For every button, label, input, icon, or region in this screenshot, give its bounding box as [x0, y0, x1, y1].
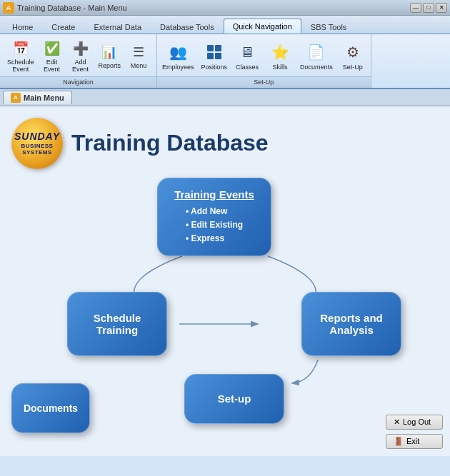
- schedule-event-icon: 📅: [11, 39, 31, 59]
- edit-existing-item: • Edit Existing: [186, 218, 243, 232]
- title-bar-controls: — □ ✕: [410, 3, 447, 13]
- setup-icon: ⚙: [341, 41, 364, 64]
- menu-button[interactable]: ☰ Menu: [125, 41, 152, 71]
- logo-area: SUNDAY BUSINESS SYSTEMS Training Databas…: [11, 118, 269, 169]
- exit-button[interactable]: 🚪 Exit: [386, 434, 443, 449]
- edit-event-label: EditEvent: [44, 59, 60, 74]
- reports-label: Reports: [99, 63, 121, 70]
- menu-tab-icon: A: [11, 93, 21, 103]
- ribbon-body: 📅 ScheduleEvent ✅ EditEvent ➕ AddEvent 📊…: [0, 34, 450, 89]
- add-event-button[interactable]: ➕ AddEvent: [67, 37, 94, 75]
- training-events-title: Training Events: [174, 188, 254, 201]
- schedule-training-bubble[interactable]: Schedule Training: [67, 292, 167, 356]
- documents-bubble[interactable]: Documents: [11, 383, 90, 433]
- edit-event-icon: ✅: [42, 39, 62, 59]
- exit-label: Exit: [406, 437, 419, 445]
- employees-icon: 👥: [166, 41, 189, 64]
- setup-bubble[interactable]: Set-up: [184, 374, 284, 424]
- minimize-button[interactable]: —: [410, 3, 421, 13]
- logo-text-sub3: SYSTEMS: [22, 149, 52, 156]
- positions-icon: [203, 41, 226, 64]
- svg-rect-2: [207, 53, 214, 59]
- add-new-item: • Add New: [186, 205, 243, 218]
- menu-label: Menu: [131, 63, 147, 70]
- tab-sbs-tools[interactable]: SBS Tools: [301, 19, 356, 34]
- title-bar: A Training Database - Main Menu — □ ✕: [0, 0, 450, 16]
- main-menu-tab[interactable]: A Main Menu: [3, 91, 72, 104]
- training-events-bubble[interactable]: Training Events • Add New • Edit Existin…: [157, 178, 271, 256]
- app-icon: A: [3, 2, 14, 14]
- documents-label: Documents: [300, 64, 333, 71]
- menu-tab-label: Main Menu: [24, 93, 64, 102]
- logout-icon: ✕: [394, 417, 400, 427]
- documents-bubble-label: Documents: [24, 402, 78, 414]
- setup-buttons: 👥 Employees Positions 🖥 Classes: [157, 36, 371, 76]
- classes-label: Classes: [236, 64, 259, 71]
- ribbon-tab-bar: Home Create External Data Database Tools…: [0, 16, 450, 34]
- logout-button[interactable]: ✕ Log Out: [386, 415, 443, 430]
- tab-create[interactable]: Create: [42, 19, 84, 34]
- positions-button[interactable]: Positions: [199, 39, 230, 72]
- documents-icon: 📄: [305, 41, 328, 64]
- edit-event-button[interactable]: ✅ EditEvent: [39, 37, 66, 75]
- maximize-button[interactable]: □: [423, 3, 434, 13]
- reports-analysis-label: Reports and Analysis: [320, 312, 383, 336]
- reports-icon: 📊: [99, 42, 119, 62]
- logout-label: Log Out: [403, 417, 431, 426]
- schedule-training-label: Schedule Training: [94, 312, 141, 336]
- express-item: • Express: [186, 232, 243, 245]
- positions-label: Positions: [201, 64, 228, 71]
- skills-label: Skills: [273, 64, 288, 71]
- tab-quick-navigation[interactable]: Quick Navigation: [224, 19, 301, 34]
- tab-external-data[interactable]: External Data: [84, 19, 151, 34]
- menu-icon: ☰: [129, 42, 149, 62]
- svg-rect-3: [215, 53, 221, 59]
- main-content: SUNDAY BUSINESS SYSTEMS Training Databas…: [0, 106, 450, 456]
- logo-text-main: SUNDAY: [14, 131, 60, 143]
- logo-text-sub2: BUSINESS: [21, 143, 54, 150]
- schedule-event-label: ScheduleEvent: [7, 59, 34, 74]
- setup-button[interactable]: ⚙ Set-Up: [338, 39, 368, 72]
- tab-database-tools[interactable]: Database Tools: [151, 19, 224, 34]
- exit-icon: 🚪: [394, 437, 404, 446]
- employees-label: Employees: [162, 64, 194, 71]
- tab-home[interactable]: Home: [3, 19, 42, 34]
- documents-ribbon-button[interactable]: 📄 Documents: [298, 39, 335, 72]
- app-title: Training Database: [71, 130, 269, 156]
- reports-button[interactable]: 📊 Reports: [96, 41, 124, 71]
- skills-icon: ⭐: [269, 41, 291, 64]
- skills-button[interactable]: ⭐ Skills: [265, 39, 295, 72]
- svg-rect-0: [207, 45, 214, 51]
- classes-button[interactable]: 🖥 Classes: [232, 39, 262, 72]
- title-bar-text: Training Database - Main Menu: [17, 4, 410, 12]
- training-events-items: • Add New • Edit Existing • Express: [186, 205, 243, 246]
- setup-group-label: Set-Up: [157, 76, 371, 88]
- add-event-icon: ➕: [71, 39, 91, 59]
- setup-label: Set-Up: [343, 64, 363, 71]
- setup-group: 👥 Employees Positions 🖥 Classes: [157, 34, 371, 88]
- navigation-group: 📅 ScheduleEvent ✅ EditEvent ➕ AddEvent 📊…: [0, 34, 157, 88]
- add-event-label: AddEvent: [72, 59, 89, 74]
- reports-analysis-bubble[interactable]: Reports and Analysis: [301, 292, 401, 356]
- classes-icon: 🖥: [236, 41, 259, 64]
- employees-button[interactable]: 👥 Employees: [160, 39, 196, 72]
- navigation-group-label: Navigation: [0, 76, 156, 88]
- svg-rect-1: [215, 45, 221, 51]
- schedule-event-button[interactable]: 📅 ScheduleEvent: [4, 37, 37, 75]
- navigation-buttons: 📅 ScheduleEvent ✅ EditEvent ➕ AddEvent 📊…: [0, 36, 156, 76]
- company-logo: SUNDAY BUSINESS SYSTEMS: [11, 118, 63, 169]
- side-buttons: ✕ Log Out 🚪 Exit: [386, 415, 443, 449]
- setup-bubble-label: Set-up: [218, 393, 251, 405]
- close-button[interactable]: ✕: [436, 3, 447, 13]
- menu-tab-bar: A Main Menu: [0, 89, 450, 106]
